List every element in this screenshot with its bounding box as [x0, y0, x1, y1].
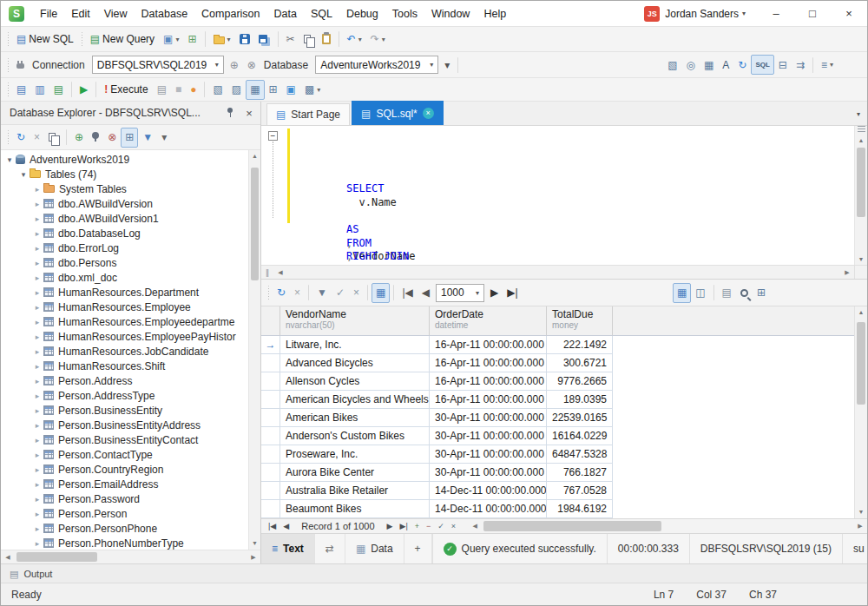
view-list-button[interactable]: ≡	[817, 55, 838, 75]
new-connection-button[interactable]: ⊕	[70, 128, 88, 148]
tab-start-page[interactable]: ▤ Start Page	[266, 103, 350, 125]
menu-item[interactable]: SQL	[304, 1, 339, 27]
filter-button[interactable]: ▼	[138, 128, 157, 148]
execution-plan-button[interactable]: ▨	[227, 80, 246, 100]
menu-item[interactable]: Database	[135, 1, 195, 27]
cell-total-due[interactable]: 22539.0165	[547, 409, 613, 427]
database-snapshot-button[interactable]: ◎	[681, 55, 699, 75]
scroll-up-icon[interactable]	[855, 135, 867, 146]
stop-button[interactable]: ■	[171, 80, 186, 100]
tree-item[interactable]: Person.BusinessEntity	[1, 403, 248, 418]
add-file-button[interactable]: ⊞	[183, 30, 201, 49]
cell-total-due[interactable]: 16164.0229	[547, 427, 613, 445]
tree-item[interactable]: AdventureWorks2019	[1, 152, 248, 167]
expand-arrow-icon[interactable]	[32, 406, 43, 415]
more-options-button[interactable]: ▾	[157, 128, 171, 148]
expand-arrow-icon[interactable]	[32, 229, 43, 238]
validate-script-button[interactable]: ▤	[49, 80, 68, 100]
debug-history-button[interactable]: ●	[186, 80, 201, 100]
column-header-total-due[interactable]: TotalDue money	[547, 306, 613, 336]
tree-item[interactable]: dbo.AWBuildVersion	[1, 196, 248, 211]
table-row[interactable]: American Bicycles and Wheels 16-Apr-11 0…	[261, 391, 867, 409]
expand-arrow-icon[interactable]	[32, 524, 43, 533]
new-query-button[interactable]: ▤ New Query	[86, 30, 159, 49]
report-button[interactable]: ▩	[300, 80, 325, 100]
cell-total-due[interactable]: 9776.2665	[547, 372, 613, 391]
paste-button[interactable]	[318, 30, 335, 49]
cell-order-date[interactable]: 16-Apr-11 00:00:00.000	[430, 336, 547, 354]
editor-horizontal-scrollbar[interactable]	[261, 265, 867, 280]
scroll-up-icon[interactable]	[249, 150, 260, 162]
copy-button[interactable]	[44, 128, 62, 148]
page-size-select[interactable]: 1000	[436, 284, 484, 302]
cell-vendor-name[interactable]: American Bikes	[280, 409, 430, 427]
format-sql-button[interactable]: A	[718, 55, 733, 75]
menu-item[interactable]: View	[97, 1, 135, 27]
save-button[interactable]	[235, 30, 254, 49]
scrollbar-track[interactable]	[15, 550, 247, 563]
table-row[interactable]: Beaumont Bikes 14-Dec-11 00:00:00.000 19…	[261, 500, 867, 518]
edit-connection-button[interactable]: ⊗	[243, 55, 260, 75]
expand-arrow-icon[interactable]	[32, 244, 43, 253]
refresh-button[interactable]: ↻	[733, 55, 751, 75]
grid-horizontal-scrollbar[interactable]	[468, 519, 867, 533]
scroll-down-icon[interactable]	[855, 254, 867, 265]
scroll-right-icon[interactable]	[247, 554, 260, 561]
cell-total-due[interactable]: 1984.6192	[547, 500, 613, 518]
first-record-button[interactable]: |◀	[265, 520, 279, 533]
delete-record-button[interactable]: −	[423, 520, 434, 533]
connection-icon[interactable]	[12, 55, 29, 75]
swap-view-button[interactable]: ⇄	[315, 534, 345, 563]
execute-button[interactable]: ! Execute	[100, 80, 152, 100]
add-view-button[interactable]: +	[404, 534, 432, 563]
code-line[interactable]: SELECT	[294, 128, 853, 142]
export-data-button[interactable]: ⊞	[753, 283, 770, 303]
tree-item[interactable]: dbo.xml_doc	[1, 270, 248, 285]
tree-item[interactable]: HumanResources.JobCandidate	[1, 344, 248, 359]
generate-script-button[interactable]: ▧	[663, 55, 681, 75]
cell-vendor-name[interactable]: Anderson's Custom Bikes	[280, 427, 430, 445]
edit-data-button[interactable]: ▦	[700, 55, 718, 75]
tree-item[interactable]: Person.EmailAddress	[1, 477, 248, 491]
scroll-left-icon[interactable]	[468, 523, 482, 530]
code-line[interactable]: , p.OrderDate	[294, 155, 853, 169]
cell-total-due[interactable]: 64847.5328	[547, 445, 613, 464]
table-row[interactable]: Proseware, Inc. 30-Apr-11 00:00:00.000 6…	[261, 445, 867, 464]
filter-button[interactable]: ▼	[312, 283, 332, 303]
cell-vendor-name[interactable]: Litware, Inc.	[280, 336, 430, 354]
cell-order-date[interactable]: 14-Dec-11 00:00:00.000	[430, 500, 547, 518]
expand-arrow-icon[interactable]	[32, 273, 43, 282]
cell-total-due[interactable]: 222.1492	[547, 336, 613, 354]
connection-select[interactable]: DBFSQLSRV\SQL2019	[92, 56, 224, 74]
cell-order-date[interactable]: 30-Apr-11 00:00:00.000	[430, 427, 547, 445]
scrollbar-track[interactable]	[482, 519, 853, 533]
cell-total-due[interactable]: 189.0395	[547, 391, 613, 409]
explorer-vertical-scrollbar[interactable]	[248, 150, 260, 550]
scroll-right-icon[interactable]	[840, 269, 854, 276]
expand-arrow-icon[interactable]	[18, 170, 29, 179]
scrollbar-track[interactable]	[287, 266, 840, 279]
image-view-button[interactable]: ▣	[282, 80, 300, 100]
user-avatar[interactable]: JS	[644, 6, 660, 22]
table-row[interactable]: Allenson Cycles 16-Apr-11 00:00:00.000 9…	[261, 372, 867, 391]
first-page-button[interactable]: |◀	[398, 283, 417, 303]
cell-vendor-name[interactable]: Allenson Cycles	[280, 372, 430, 391]
expand-arrow-icon[interactable]	[32, 539, 43, 548]
tree-item[interactable]: Tables (74)	[1, 167, 248, 181]
table-row[interactable]: Litware, Inc. 16-Apr-11 00:00:00.000 222…	[261, 336, 867, 354]
splitter-grip-icon[interactable]	[261, 268, 273, 277]
results-pane-button[interactable]: ▦	[246, 80, 264, 100]
cut-button[interactable]: ✂	[282, 30, 299, 49]
expand-arrow-icon[interactable]	[32, 377, 43, 385]
tree-item[interactable]: HumanResources.Employee	[1, 300, 248, 314]
cell-order-date[interactable]: 14-Dec-11 00:00:00.000	[430, 482, 547, 500]
close-icon[interactable]	[423, 108, 434, 119]
tab-text[interactable]: ≡ Text	[261, 534, 315, 563]
cell-order-date[interactable]: 16-Apr-11 00:00:00.000	[430, 391, 547, 409]
tab-list-dropdown[interactable]	[857, 110, 867, 118]
redo-button[interactable]: ↷	[366, 30, 390, 49]
expand-arrow-icon[interactable]	[32, 495, 43, 504]
expand-arrow-icon[interactable]	[32, 214, 43, 223]
expand-arrow-icon[interactable]	[32, 333, 43, 341]
close-icon[interactable]	[243, 107, 255, 120]
